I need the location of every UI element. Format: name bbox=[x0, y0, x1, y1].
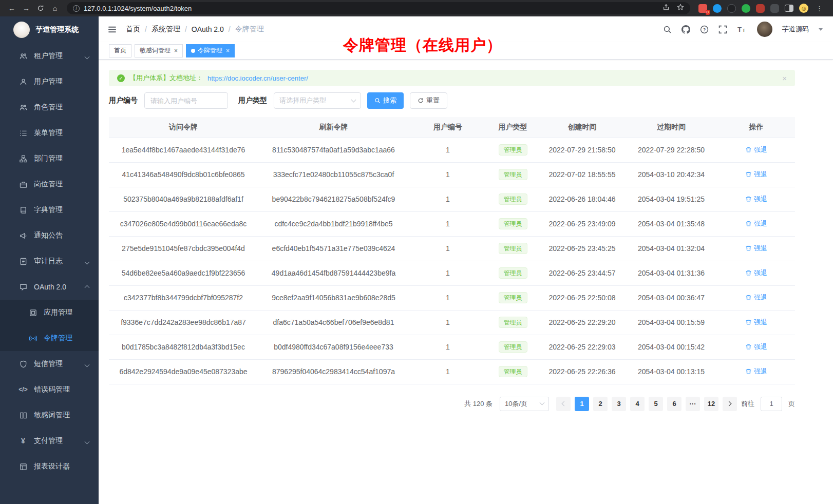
sidebar-item-label: 审计日志 bbox=[34, 257, 63, 266]
fullscreen-icon[interactable] bbox=[718, 25, 728, 34]
search-icon[interactable] bbox=[662, 25, 672, 34]
sidebar-item-notice[interactable]: 通知公告 bbox=[0, 223, 99, 248]
page-button-5[interactable]: 5 bbox=[649, 397, 663, 411]
page-button-4[interactable]: 4 bbox=[630, 397, 645, 411]
tab-token[interactable]: 令牌管理 × bbox=[186, 44, 235, 57]
sidebar-item-label: 用户管理 bbox=[34, 77, 63, 86]
next-page-button[interactable] bbox=[723, 397, 737, 411]
page-button-1[interactable]: 1 bbox=[575, 397, 589, 411]
reload-icon[interactable] bbox=[34, 2, 47, 14]
menu-kebab-icon[interactable]: ⋮ bbox=[814, 5, 825, 12]
force-logout-button[interactable]: 强退 bbox=[745, 268, 767, 278]
force-logout-button[interactable]: 强退 bbox=[745, 342, 767, 352]
extension-blue-icon[interactable] bbox=[713, 4, 722, 13]
page-button-2[interactable]: 2 bbox=[593, 397, 608, 411]
force-logout-button[interactable]: 强退 bbox=[745, 195, 767, 204]
table-row: 275e5de9151045fe87cbdc395e004f4d e6cfd40… bbox=[109, 236, 795, 261]
chevron-down-icon bbox=[85, 257, 89, 265]
page-button-12[interactable]: 12 bbox=[704, 397, 718, 411]
extension-green-icon[interactable] bbox=[742, 4, 750, 13]
sidebar-item-dict[interactable]: 字典管理 bbox=[0, 197, 99, 223]
force-logout-button[interactable]: 强退 bbox=[745, 318, 767, 327]
sidebar-item-label: 支付管理 bbox=[34, 436, 63, 445]
user-type-select[interactable]: 请选择用户类型 bbox=[274, 92, 361, 109]
sidebar-item-oauth2-app[interactable]: 应用管理 bbox=[0, 300, 99, 325]
breadcrumb-system[interactable]: 系统管理 bbox=[152, 25, 180, 34]
logo-area[interactable]: 芋道管理系统 bbox=[0, 16, 99, 43]
prev-page-button[interactable] bbox=[556, 397, 571, 411]
user-id-input[interactable] bbox=[144, 92, 228, 109]
site-info-icon[interactable]: i bbox=[73, 5, 80, 12]
tab-close-icon[interactable]: × bbox=[226, 48, 230, 54]
force-logout-button[interactable]: 强退 bbox=[745, 244, 767, 253]
search-button[interactable]: 搜索 bbox=[367, 92, 404, 109]
tab-home[interactable]: 首页 bbox=[109, 44, 131, 57]
doc-link[interactable]: https://doc.iocoder.cn/user-center/ bbox=[207, 74, 308, 82]
font-size-icon[interactable]: TT bbox=[736, 25, 746, 34]
sidebar-item-menu[interactable]: 菜单管理 bbox=[0, 120, 99, 146]
sidebar-item-user[interactable]: 用户管理 bbox=[0, 69, 99, 94]
table-row: c347026e805e4d99b0d116eae66eda8c cdfc4ce… bbox=[109, 211, 795, 236]
reset-button[interactable]: 重置 bbox=[410, 92, 447, 109]
tab-sensitive-word[interactable]: 敏感词管理 × bbox=[135, 44, 183, 57]
force-logout-button[interactable]: 强退 bbox=[745, 367, 767, 376]
access-token-cell: c347026e805e4d99b0d116eae66eda8c bbox=[109, 211, 258, 236]
tab-label: 敏感词管理 bbox=[140, 46, 171, 55]
table-row: 1ea5e44f8bc1467aaede43144f31de76 811c530… bbox=[109, 138, 795, 162]
home-icon[interactable]: ⌂ bbox=[48, 2, 62, 14]
sidebar-item-dept[interactable]: 部门管理 bbox=[0, 146, 99, 171]
alert-close-icon[interactable]: × bbox=[782, 74, 787, 83]
force-logout-button[interactable]: 强退 bbox=[745, 293, 767, 302]
sidebar-item-error-code[interactable]: </> 错误码管理 bbox=[0, 377, 99, 402]
sidebar-item-audit-log[interactable]: 审计日志 bbox=[0, 248, 99, 274]
force-logout-button[interactable]: 强退 bbox=[745, 145, 767, 154]
sidebar-item-sensitive-word[interactable]: 敏感词管理 bbox=[0, 402, 99, 428]
extension-red-icon[interactable]: 0 bbox=[698, 4, 707, 13]
access-token-cell: 1ea5e44f8bc1467aaede43144f31de76 bbox=[109, 138, 258, 162]
code-icon: </> bbox=[19, 386, 27, 393]
sidebar-split-icon[interactable] bbox=[785, 5, 793, 12]
megaphone-icon bbox=[19, 232, 27, 240]
back-icon[interactable]: ← bbox=[5, 2, 18, 14]
forward-icon[interactable]: → bbox=[20, 2, 33, 14]
sidebar-item-label: 应用管理 bbox=[44, 308, 72, 317]
bookmark-star-icon[interactable] bbox=[677, 4, 684, 13]
github-icon[interactable] bbox=[681, 25, 691, 34]
sidebar-item-payment[interactable]: ¥ 支付管理 bbox=[0, 428, 99, 454]
expire-time-cell: 2054-03-04 00:15:59 bbox=[625, 310, 717, 335]
extension-dark-icon[interactable] bbox=[770, 4, 779, 13]
breadcrumb-oauth2[interactable]: OAuth 2.0 bbox=[192, 25, 224, 33]
extension-black-icon[interactable] bbox=[727, 4, 736, 13]
page-size-select[interactable]: 10条/页 bbox=[500, 397, 549, 411]
page-button-3[interactable]: 3 bbox=[612, 397, 626, 411]
force-logout-button[interactable]: 强退 bbox=[745, 219, 767, 228]
sidebar-collapse-icon[interactable] bbox=[108, 24, 118, 34]
share-icon[interactable] bbox=[662, 4, 670, 13]
caret-down-icon[interactable] bbox=[819, 28, 823, 31]
tab-close-icon[interactable]: × bbox=[174, 48, 178, 54]
extension-maroon-icon[interactable] bbox=[756, 4, 765, 13]
sidebar-item-post[interactable]: 岗位管理 bbox=[0, 171, 99, 197]
force-logout-button[interactable]: 强退 bbox=[745, 170, 767, 179]
action-cell: 强退 bbox=[717, 310, 795, 335]
goto-page-input[interactable] bbox=[761, 397, 782, 411]
sidebar-item-oauth2-token[interactable]: 令牌管理 bbox=[0, 325, 99, 351]
page-more-button[interactable]: ··· bbox=[686, 397, 700, 411]
profile-avatar[interactable]: ☺ bbox=[799, 4, 808, 13]
sidebar-item-oauth2[interactable]: OAuth 2.0 bbox=[0, 274, 99, 300]
user-avatar[interactable] bbox=[757, 22, 772, 37]
sidebar-item-report-designer[interactable]: 报表设计器 bbox=[0, 454, 99, 479]
sidebar-item-sms[interactable]: 短信管理 bbox=[0, 351, 99, 377]
help-icon[interactable]: ? bbox=[699, 25, 709, 34]
sidebar-item-role[interactable]: 角色管理 bbox=[0, 94, 99, 120]
page-button-6[interactable]: 6 bbox=[667, 397, 681, 411]
column-header: 创建时间 bbox=[539, 117, 625, 138]
breadcrumb-home[interactable]: 首页 bbox=[126, 25, 140, 34]
user-type-cell: 管理员 bbox=[486, 261, 539, 285]
url-bar[interactable]: i 127.0.0.1:1024/system/oauth2/token bbox=[67, 2, 690, 14]
sidebar-item-tenant[interactable]: 租户管理 bbox=[0, 43, 99, 69]
breadcrumb: 首页 / 系统管理 / OAuth 2.0 / 令牌管理 bbox=[126, 25, 264, 34]
book-icon bbox=[19, 206, 27, 214]
user-type-tag: 管理员 bbox=[499, 169, 527, 180]
goto-unit: 页 bbox=[788, 399, 795, 409]
